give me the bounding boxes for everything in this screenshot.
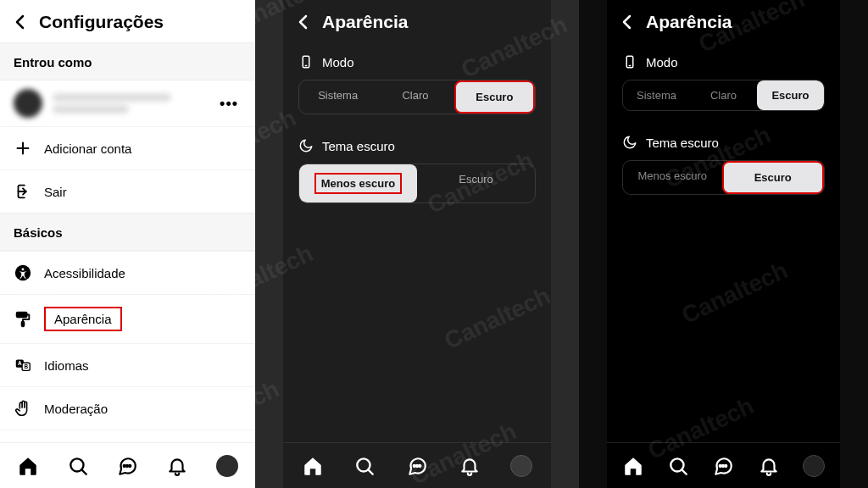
section-account-header: Entrou como xyxy=(0,42,255,80)
dark-theme-label: Tema escuro xyxy=(646,136,719,150)
svg-point-4 xyxy=(22,268,25,270)
header: Aparência xyxy=(283,0,551,42)
svg-point-21 xyxy=(130,464,131,466)
back-icon[interactable] xyxy=(293,12,314,32)
accessibility-label: Acessibilidade xyxy=(44,266,125,280)
dark-theme-label: Tema escuro xyxy=(322,139,395,153)
tab-bar xyxy=(283,442,551,488)
mode-label: Modo xyxy=(322,55,354,69)
svg-line-18 xyxy=(81,469,86,474)
sign-out-icon xyxy=(14,182,32,201)
mode-section: Modo Sistema Claro Escuro xyxy=(283,42,551,126)
search-icon[interactable] xyxy=(353,455,376,477)
page-title: Aparência xyxy=(322,12,409,32)
svg-point-28 xyxy=(419,464,420,466)
svg-rect-5 xyxy=(17,312,27,317)
hand-icon xyxy=(14,399,32,418)
header: Aparência xyxy=(607,0,840,42)
languages-label: Idiomas xyxy=(44,358,89,373)
mode-segmented: Sistema Claro Escuro xyxy=(622,80,825,111)
dark-theme-section: Tema escuro Menos escuro Escuro xyxy=(607,123,840,207)
languages-item[interactable]: AB Idiomas xyxy=(0,343,255,386)
svg-point-33 xyxy=(720,464,721,466)
mode-label: Modo xyxy=(646,55,678,69)
svg-point-27 xyxy=(416,464,418,466)
back-icon[interactable] xyxy=(10,12,31,32)
appearance-item[interactable]: Aparência xyxy=(0,294,255,343)
appearance-screen-dark: Aparência Modo Sistema Claro Escuro Tema… xyxy=(579,0,868,488)
profile-name-blurred xyxy=(53,90,206,117)
profile-tab-avatar[interactable] xyxy=(216,455,238,477)
accessibility-icon xyxy=(14,263,32,282)
home-icon[interactable] xyxy=(302,455,324,477)
tab-bar xyxy=(0,442,255,488)
add-account-label: Adicionar conta xyxy=(44,141,131,156)
dark-theme-segmented: Menos escuro Escuro xyxy=(298,164,536,203)
accessibility-item[interactable]: Acessibilidade xyxy=(0,251,255,294)
theme-dim[interactable]: Menos escuro xyxy=(623,161,722,194)
svg-text:A: A xyxy=(18,360,22,366)
avatar xyxy=(14,89,42,118)
home-icon[interactable] xyxy=(622,455,644,477)
search-icon[interactable] xyxy=(667,455,689,477)
page-title: Aparência xyxy=(646,12,732,32)
section-basics-header: Básicos xyxy=(0,213,255,251)
moon-icon xyxy=(622,135,637,150)
profile-row[interactable]: ••• xyxy=(0,80,255,126)
bell-icon[interactable] xyxy=(459,455,481,477)
svg-point-26 xyxy=(414,464,415,466)
svg-point-34 xyxy=(722,464,724,466)
phone-icon xyxy=(622,54,637,69)
page-title: Configurações xyxy=(39,12,164,32)
home-icon[interactable] xyxy=(17,455,39,477)
moderation-item[interactable]: Moderação xyxy=(0,386,255,430)
tab-bar xyxy=(607,442,840,488)
svg-point-19 xyxy=(124,464,125,466)
theme-dim[interactable]: Menos escuro xyxy=(299,164,417,202)
header: Configurações xyxy=(0,0,255,42)
mode-system[interactable]: Sistema xyxy=(623,80,690,110)
theme-dark[interactable]: Escuro xyxy=(722,161,825,194)
plus-icon xyxy=(14,139,32,158)
svg-point-35 xyxy=(726,464,727,466)
svg-line-32 xyxy=(682,469,686,474)
back-icon[interactable] xyxy=(617,12,637,32)
chat-icon[interactable] xyxy=(116,455,138,477)
add-account-item[interactable]: Adicionar conta xyxy=(0,126,255,169)
settings-screen: Configurações Entrou como ••• Adicionar … xyxy=(0,0,255,488)
bell-icon[interactable] xyxy=(758,455,780,477)
profile-tab-avatar[interactable] xyxy=(803,455,825,477)
mode-system[interactable]: Sistema xyxy=(299,80,376,114)
svg-point-20 xyxy=(126,464,128,466)
theme-dark[interactable]: Escuro xyxy=(417,164,535,202)
mode-dark[interactable]: Escuro xyxy=(757,80,824,110)
mode-dark[interactable]: Escuro xyxy=(454,80,535,114)
paint-roller-icon xyxy=(14,310,32,329)
more-icon[interactable]: ••• xyxy=(216,92,242,116)
phone-icon xyxy=(298,54,314,69)
profile-tab-avatar[interactable] xyxy=(510,455,532,477)
moon-icon xyxy=(298,138,314,153)
sign-out-item[interactable]: Sair xyxy=(0,169,255,213)
sign-out-label: Sair xyxy=(44,185,67,199)
languages-icon: AB xyxy=(14,356,32,374)
svg-rect-6 xyxy=(22,321,25,326)
mode-light[interactable]: Claro xyxy=(376,80,453,114)
chat-icon[interactable] xyxy=(406,455,428,477)
chat-icon[interactable] xyxy=(712,455,734,477)
mode-section: Modo Sistema Claro Escuro xyxy=(607,42,840,123)
svg-text:B: B xyxy=(24,363,28,369)
bell-icon[interactable] xyxy=(166,455,188,477)
mode-light[interactable]: Claro xyxy=(690,80,757,110)
search-icon[interactable] xyxy=(67,455,89,477)
appearance-screen-dim: Aparência Modo Sistema Claro Escuro Tema… xyxy=(255,0,579,488)
svg-line-25 xyxy=(369,469,373,474)
moderation-label: Moderação xyxy=(44,402,108,416)
appearance-label: Aparência xyxy=(44,307,122,331)
mode-segmented: Sistema Claro Escuro xyxy=(298,80,536,114)
dark-theme-section: Tema escuro Menos escuro Escuro xyxy=(283,126,551,215)
dark-theme-segmented: Menos escuro Escuro xyxy=(622,160,825,195)
